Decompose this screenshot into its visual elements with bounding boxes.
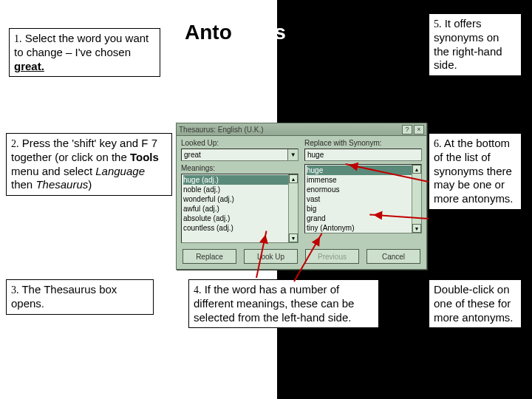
list-item[interactable]: enormous <box>307 185 420 194</box>
meanings-listbox[interactable]: huge (adj.) noble (adj.) wonderful (adj.… <box>181 174 299 243</box>
note-2: 2. Press the 'shift' key and F 7 togethe… <box>6 133 172 196</box>
help-button[interactable]: ? <box>402 125 412 134</box>
replace-with-field[interactable] <box>304 149 422 161</box>
list-item[interactable]: vast <box>307 194 420 204</box>
replace-with-label: Replace with Synonym: <box>304 139 422 147</box>
look-up-button[interactable]: Look Up <box>244 249 298 264</box>
list-item[interactable]: awful (adj.) <box>183 204 296 214</box>
note-1: 1. Select the word you want to change – … <box>9 28 160 77</box>
note-3-number: 3. <box>11 284 19 296</box>
list-item[interactable]: noble (adj.) <box>183 185 296 194</box>
looked-up-field[interactable]: ▼ <box>181 149 299 161</box>
list-item[interactable]: wonderful (adj.) <box>183 194 296 204</box>
close-icon: × <box>417 126 420 133</box>
scroll-up-icon[interactable]: ▲ <box>289 174 298 183</box>
dialog-titlebar: Thesaurus: English (U.K.) ? × <box>177 123 426 136</box>
looked-up-input[interactable] <box>182 149 287 160</box>
scroll-up-icon[interactable]: ▲ <box>412 165 421 174</box>
note-5: 5. It offers synonyms on the right-hand … <box>429 13 522 76</box>
cancel-button[interactable]: Cancel <box>366 249 420 264</box>
note-4: 4. If the word has a number of different… <box>188 279 379 328</box>
list-item[interactable]: huge (adj.) <box>183 175 296 185</box>
chevron-down-icon[interactable]: ▼ <box>287 149 298 160</box>
note-3: 3. The Thesaurus box opens. <box>6 279 154 315</box>
list-item[interactable]: countless (adj.) <box>183 223 296 233</box>
note-4-number: 4. <box>194 284 202 296</box>
replace-button[interactable]: Replace <box>183 249 236 264</box>
note-5-number: 5. <box>434 18 442 30</box>
scrollbar[interactable]: ▲ ▼ <box>412 165 421 233</box>
list-item[interactable]: tiny (Antonym) <box>307 223 420 233</box>
note-1-number: 1. <box>14 33 22 44</box>
thesaurus-dialog: Thesaurus: English (U.K.) ? × Looked Up:… <box>176 123 427 270</box>
replace-with-input[interactable] <box>305 149 421 160</box>
synonyms-listbox[interactable]: huge immense enormous vast big grand tin… <box>304 164 422 233</box>
note-2-number: 2. <box>11 138 19 149</box>
note-6: 6. At the bottom of the list of synonyms… <box>429 133 522 210</box>
close-button[interactable]: × <box>414 125 424 134</box>
help-icon: ? <box>405 126 409 133</box>
note-6-number: 6. <box>434 138 442 149</box>
looked-up-label: Looked Up: <box>181 139 299 147</box>
note-7: Double-click on one of these for more an… <box>429 279 522 328</box>
scrollbar[interactable]: ▲ ▼ <box>288 174 298 242</box>
list-item[interactable]: grand <box>307 214 420 223</box>
list-item[interactable]: absolute (adj.) <box>183 214 296 223</box>
scroll-down-icon[interactable]: ▼ <box>289 233 298 242</box>
page-title: Antonyms <box>185 21 286 44</box>
meanings-label: Meanings: <box>181 164 299 172</box>
scroll-down-icon[interactable]: ▼ <box>412 224 421 233</box>
previous-button[interactable]: Previous <box>305 249 359 264</box>
dialog-title: Thesaurus: English (U.K.) <box>179 126 400 134</box>
list-item[interactable]: big <box>307 204 420 214</box>
